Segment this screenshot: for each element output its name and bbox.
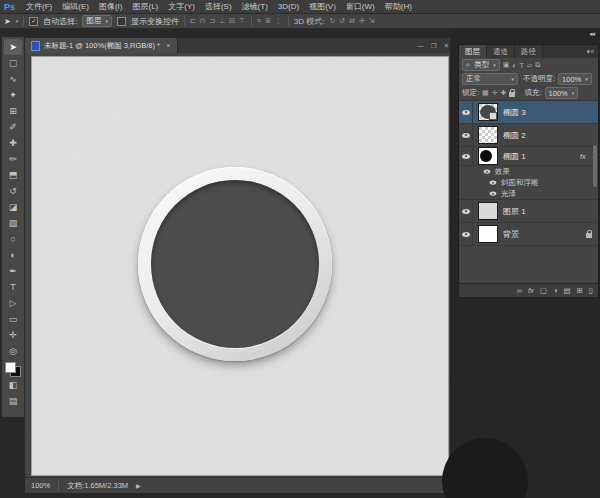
layer-visibility-toggle[interactable] <box>459 147 473 165</box>
delete-layer-icon[interactable]: ▯ <box>589 286 593 295</box>
menu-select[interactable]: 选择(S) <box>200 1 237 12</box>
panel-menu-icon[interactable]: ▾≡ <box>586 45 598 58</box>
distribute-icons-group[interactable]: ≡ ≣ ⋮ <box>257 17 283 25</box>
zoom-tool[interactable]: ◎ <box>4 343 22 359</box>
filter-pixel-layers-icon[interactable]: ▣ <box>503 61 510 69</box>
3d-mode-icons-group[interactable]: ↻ ↺ ⇄ ✛ ⇲ <box>329 17 375 25</box>
zoom-level-field[interactable]: 100% <box>31 481 50 490</box>
new-group-icon[interactable]: ▤ <box>563 286 570 295</box>
menu-type[interactable]: 文字(Y) <box>163 1 200 12</box>
layer-thumbnail[interactable] <box>478 147 498 165</box>
layer-row-layer1[interactable]: 图层 1 <box>459 200 598 223</box>
eye-icon[interactable] <box>484 169 491 173</box>
quick-selection-tool[interactable]: ✦ <box>4 87 22 103</box>
panel-scrollbar[interactable] <box>593 145 597 187</box>
opacity-dropdown[interactable]: 100% ▾ <box>558 73 592 85</box>
lock-transparency-icon[interactable]: ▦ <box>482 89 489 97</box>
lock-all-icon[interactable] <box>509 92 515 97</box>
menu-3d[interactable]: 3D(D) <box>273 2 304 11</box>
menu-view[interactable]: 视图(V) <box>304 1 341 12</box>
effect-row-satin[interactable]: 光泽 <box>459 188 598 200</box>
layer-visibility-toggle[interactable] <box>459 223 473 245</box>
layer-thumbnail[interactable] <box>478 202 498 220</box>
type-tool[interactable]: T <box>4 279 22 295</box>
layer-row-ellipse2[interactable]: 椭圆 2 <box>459 124 598 147</box>
tool-preset-arrow-icon[interactable]: ▾ <box>16 18 19 24</box>
clone-stamp-tool[interactable]: ⬒ <box>4 167 22 183</box>
layer-name[interactable]: 图层 1 <box>503 206 526 217</box>
align-icons-group[interactable]: ⊏ ⊓ ⊐ ⊥ ⊟ ⊤ <box>190 17 246 25</box>
current-tool-icon[interactable]: ➤ <box>4 17 11 26</box>
blend-mode-dropdown[interactable]: 正常 ▾ <box>462 73 518 85</box>
filter-type-layers-icon[interactable]: T <box>520 62 524 69</box>
tab-layers[interactable]: 图层 <box>459 45 487 58</box>
screen-mode-toggle[interactable]: ▤ <box>4 393 22 409</box>
blur-tool[interactable]: ○ <box>4 231 22 247</box>
window-minimize-icon[interactable]: — <box>417 42 424 50</box>
add-mask-icon[interactable]: ▢ <box>540 286 547 295</box>
menu-edit[interactable]: 编辑(E) <box>57 1 94 12</box>
filter-adjustment-layers-icon[interactable]: ◐ <box>512 62 516 69</box>
window-close-icon[interactable]: ✕ <box>444 42 449 50</box>
layer-visibility-toggle[interactable] <box>459 124 473 146</box>
filter-shape-layers-icon[interactable]: ▱ <box>527 61 532 69</box>
menu-filter[interactable]: 滤镜(T) <box>237 1 273 12</box>
eye-icon[interactable] <box>490 191 497 195</box>
layer-style-icon[interactable]: fx <box>528 286 534 295</box>
link-layers-icon[interactable]: ∞ <box>517 286 522 295</box>
lock-position-icon[interactable]: ✛ <box>492 89 498 97</box>
hand-tool[interactable]: ✛ <box>4 327 22 343</box>
layer-thumbnail[interactable] <box>478 103 498 121</box>
auto-select-checkbox[interactable]: ✓ <box>29 17 38 26</box>
collapse-panels-icon[interactable]: ◂◂ <box>589 30 594 38</box>
lock-pixels-icon[interactable]: ✚ <box>501 89 507 97</box>
status-options-arrow-icon[interactable]: ▶ <box>136 482 141 489</box>
tab-paths[interactable]: 路径 <box>515 45 543 58</box>
color-swatches[interactable] <box>5 362 21 377</box>
healing-brush-tool[interactable]: ✚ <box>4 135 22 151</box>
layer-row-ellipse1[interactable]: 椭圆 1 fx ▴ <box>459 147 598 166</box>
effects-header-row[interactable]: 效果 <box>459 166 598 177</box>
shape-tool[interactable]: ▭ <box>4 311 22 327</box>
new-layer-icon[interactable]: ⊞ <box>577 286 583 295</box>
lasso-tool[interactable]: ∿ <box>4 71 22 87</box>
eyedropper-tool[interactable]: ✐ <box>4 119 22 135</box>
filter-type-dropdown[interactable]: ⌕ 类型 ▾ <box>462 59 500 71</box>
effect-row-bevel[interactable]: 斜面和浮雕 <box>459 177 598 188</box>
layer-name[interactable]: 椭圆 2 <box>503 130 526 141</box>
window-restore-icon[interactable]: ❐ <box>431 42 437 50</box>
layer-thumbnail[interactable] <box>478 225 498 243</box>
foreground-color-swatch[interactable] <box>5 362 16 373</box>
move-tool[interactable]: ➤ <box>4 39 22 55</box>
canvas[interactable] <box>31 56 449 476</box>
document-tab[interactable]: 未标题-1 @ 100%(椭圆 3,RGB/8) * × <box>25 38 178 53</box>
menu-image[interactable]: 图像(I) <box>94 1 128 12</box>
menu-window[interactable]: 窗口(W) <box>341 1 380 12</box>
quick-mask-toggle[interactable]: ◧ <box>4 377 22 393</box>
eraser-tool[interactable]: ◪ <box>4 199 22 215</box>
layer-visibility-toggle[interactable] <box>459 101 473 123</box>
layer-name[interactable]: 椭圆 1 <box>503 151 526 162</box>
dodge-tool[interactable]: ◐ <box>4 247 22 263</box>
layer-row-background[interactable]: 背景 <box>459 223 598 246</box>
layer-name[interactable]: 背景 <box>503 229 519 240</box>
crop-tool[interactable]: ⊞ <box>4 103 22 119</box>
filter-smart-objects-icon[interactable]: ⧉ <box>535 61 540 69</box>
layer-visibility-toggle[interactable] <box>459 200 473 222</box>
show-transform-checkbox[interactable] <box>117 17 126 26</box>
fill-dropdown[interactable]: 100% ▾ <box>545 87 579 99</box>
auto-select-dropdown[interactable]: 图层 ▾ <box>82 15 112 27</box>
menu-help[interactable]: 帮助(H) <box>380 1 417 12</box>
history-brush-tool[interactable]: ↺ <box>4 183 22 199</box>
marquee-tool[interactable]: ▢ <box>4 55 22 71</box>
layer-row-ellipse3[interactable]: 椭圆 3 <box>459 101 598 124</box>
eye-icon[interactable] <box>490 180 497 184</box>
adjustment-layer-icon[interactable]: ◑ <box>553 286 558 295</box>
menu-file[interactable]: 文件(F) <box>21 1 57 12</box>
layer-thumbnail[interactable] <box>478 126 498 144</box>
tab-close-icon[interactable]: × <box>164 41 171 50</box>
layer-name[interactable]: 椭圆 3 <box>503 107 526 118</box>
brush-tool[interactable]: ✏ <box>4 151 22 167</box>
circle-inner-shape[interactable] <box>151 180 319 348</box>
circle-ring-shape[interactable] <box>138 167 332 361</box>
